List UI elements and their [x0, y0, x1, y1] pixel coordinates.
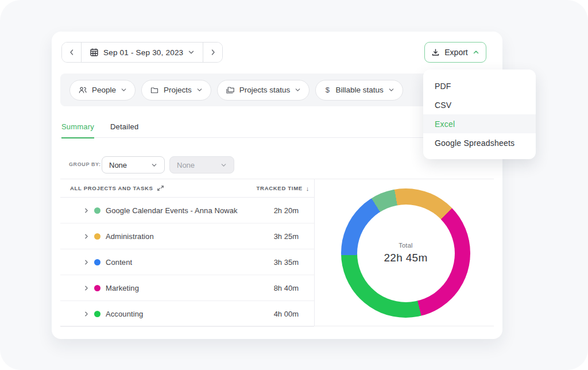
group-by-primary-value: None: [109, 161, 127, 169]
chevron-right-icon[interactable]: [83, 285, 90, 291]
chevron-down-icon: [388, 87, 394, 93]
chevron-down-icon: [151, 162, 157, 168]
tracked-time-donut-chart[interactable]: Total 22h 45m: [341, 188, 470, 318]
page-background: Sep 01 - Sep 30, 2023 Export: [0, 0, 588, 370]
filter-billable-status-label: Billable status: [335, 86, 383, 94]
project-color-dot: [94, 259, 100, 265]
chevron-up-icon: [473, 49, 479, 56]
chart-panel: Total 22h 45m: [314, 179, 494, 326]
project-color-dot: [94, 207, 100, 214]
next-period-button[interactable]: [203, 43, 222, 62]
project-color-dot: [94, 233, 100, 240]
tab-bar: Summary Detailed: [61, 122, 138, 138]
header-all-projects-label: ALL PROJECTS AND TASKS: [70, 185, 153, 191]
chevron-down-icon: [121, 87, 127, 93]
previous-period-button[interactable]: [62, 43, 81, 62]
table-row[interactable]: Accounting 4h 00m: [60, 301, 314, 327]
filter-projects-status[interactable]: Projects status: [217, 80, 310, 101]
tab-detailed[interactable]: Detailed: [110, 122, 138, 138]
chevron-right-icon[interactable]: [83, 233, 90, 240]
chevron-right-icon[interactable]: [83, 259, 90, 265]
chevron-right-icon[interactable]: [83, 207, 90, 214]
filter-billable-status[interactable]: $ Billable status: [315, 80, 403, 101]
group-by-label: GROUP BY:: [69, 161, 101, 167]
chevron-down-icon: [196, 87, 203, 93]
header-all-projects: ALL PROJECTS AND TASKS: [70, 184, 164, 192]
download-icon: [431, 48, 440, 57]
tracked-time-value: 8h 40m: [274, 284, 299, 292]
table-row[interactable]: Administration 3h 25m: [60, 223, 314, 249]
calendar-icon: [90, 48, 99, 57]
table-row[interactable]: Content 3h 35m: [60, 249, 314, 275]
export-button-label: Export: [444, 48, 467, 57]
tracked-time-value: 3h 25m: [274, 232, 299, 241]
filter-projects[interactable]: Projects: [141, 80, 211, 101]
chevron-right-icon: [209, 48, 217, 56]
header-tracked-time-label: TRACKED TIME: [257, 185, 303, 191]
group-by-secondary-select[interactable]: None: [169, 156, 234, 174]
project-name: Accounting: [106, 310, 274, 318]
filter-projects-label: Projects: [164, 86, 192, 94]
export-dropdown-menu: PDF CSV Excel Google Spreadsheets: [423, 70, 536, 159]
export-option-csv[interactable]: CSV: [423, 95, 536, 114]
date-range-control: Sep 01 - Sep 30, 2023: [61, 42, 223, 63]
export-option-google-spreadsheets[interactable]: Google Spreadsheets: [423, 133, 536, 152]
date-range-label: Sep 01 - Sep 30, 2023: [103, 48, 183, 57]
export-option-excel[interactable]: Excel: [423, 114, 536, 133]
date-range-picker[interactable]: Sep 01 - Sep 30, 2023: [81, 43, 203, 62]
project-name: Administration: [106, 232, 274, 241]
filter-projects-status-label: Projects status: [239, 86, 291, 94]
chevron-down-icon: [295, 87, 301, 93]
tab-summary[interactable]: Summary: [61, 122, 94, 138]
filter-people-label: People: [92, 86, 116, 94]
people-icon: [78, 86, 87, 95]
group-by-secondary-value: None: [177, 161, 195, 169]
expand-icon[interactable]: [157, 184, 164, 192]
table-header-row: ALL PROJECTS AND TASKS TRACKED TIME ↓: [60, 179, 314, 198]
sort-descending-icon: ↓: [306, 185, 310, 192]
header-tracked-time[interactable]: TRACKED TIME ↓: [257, 185, 310, 192]
group-by-primary-select[interactable]: None: [102, 156, 165, 174]
table-row[interactable]: Google Calendar Events - Anna Nowak 2h 2…: [60, 198, 314, 223]
folder-icon: [150, 86, 159, 95]
dollar-icon: $: [324, 86, 331, 94]
tracked-time-value: 4h 00m: [274, 310, 299, 318]
export-option-pdf[interactable]: PDF: [423, 76, 536, 95]
report-content: ALL PROJECTS AND TASKS TRACKED TIME ↓: [60, 179, 494, 326]
tracked-time-value: 3h 35m: [274, 258, 299, 267]
project-color-dot: [94, 285, 100, 291]
chevron-left-icon: [68, 48, 76, 56]
chevron-down-icon: [220, 162, 227, 168]
project-color-dot: [94, 311, 100, 317]
donut-total-value: 22h 45m: [384, 252, 427, 264]
chevron-down-icon: [188, 49, 195, 56]
donut-total-label: Total: [399, 242, 413, 249]
folders-icon: [226, 86, 235, 95]
projects-table: ALL PROJECTS AND TASKS TRACKED TIME ↓: [60, 179, 314, 326]
filter-people[interactable]: People: [69, 80, 136, 101]
donut-center: Total 22h 45m: [357, 205, 455, 302]
project-name: Content: [106, 258, 274, 267]
project-name: Marketing: [106, 284, 274, 292]
project-name: Google Calendar Events - Anna Nowak: [106, 206, 274, 215]
table-row[interactable]: Marketing 8h 40m: [60, 275, 314, 301]
export-button[interactable]: Export: [424, 42, 486, 63]
chevron-right-icon[interactable]: [83, 311, 90, 317]
tracked-time-value: 2h 20m: [274, 206, 299, 215]
